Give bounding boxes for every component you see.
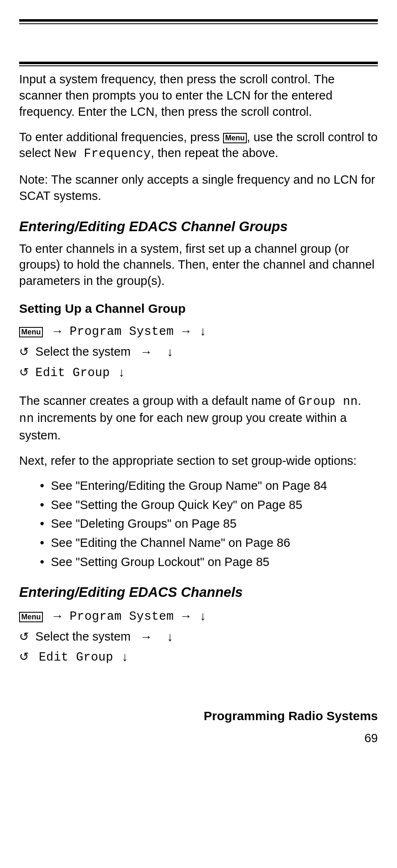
group-nn-code: Group nn	[298, 395, 358, 409]
header-rule-thin	[19, 65, 378, 66]
heading-edacs-channels: Entering/Editing EDACS Channels	[19, 584, 378, 601]
arrow-down-icon: ↓	[198, 609, 208, 623]
nav1-code3: Edit Group	[35, 366, 110, 380]
scroll-icon: ↺	[19, 648, 32, 666]
page-number: 69	[19, 731, 378, 745]
list-item: See "Setting Group Lockout" on Page 85	[40, 554, 378, 570]
heading-edacs-groups: Entering/Editing EDACS Channel Groups	[19, 218, 378, 235]
nav2-line3: ↺ Edit Group ↓	[19, 647, 378, 667]
intro-paragraph-1: Input a system frequency, then press the…	[19, 71, 378, 120]
manual-page: Input a system frequency, then press the…	[0, 0, 397, 758]
reference-list: See "Entering/Editing the Group Name" on…	[19, 478, 378, 570]
menu-chip: Menu	[19, 612, 43, 622]
nav1-line3: ↺ Edit Group ↓	[19, 363, 378, 383]
nav2-code3: Edit Group	[39, 651, 113, 664]
arrow-right-icon: →	[177, 609, 195, 623]
intro2-code: New Frequency	[54, 147, 151, 161]
nav-sequence-1: Menu → Program System → ↓ ↺ Select the s…	[19, 322, 378, 382]
group-name-paragraph: The scanner creates a group with a defau…	[19, 393, 378, 444]
nav-sequence-2: Menu → Program System → ↓ ↺ Select the s…	[19, 606, 378, 667]
intro2-text-a: To enter additional frequencies, press	[19, 130, 223, 144]
list-item: See "Deleting Groups" on Page 85	[40, 516, 378, 532]
arrow-right-icon: →	[49, 609, 66, 623]
intro2-text-c: , then repeat the above.	[151, 146, 278, 160]
top-rule-thick	[19, 19, 378, 22]
arrow-down-icon: ↓	[158, 345, 175, 359]
nav2-line2: ↺ Select the system → ↓	[19, 627, 378, 647]
arrow-down-icon: ↓	[113, 365, 126, 379]
after-nav1-b: .	[358, 394, 361, 407]
nav1-line1: Menu → Program System → ↓	[19, 322, 378, 342]
nav2-text2: Select the system	[35, 630, 131, 643]
intro-paragraph-2: To enter additional frequencies, press M…	[19, 129, 378, 163]
groups-intro: To enter channels in a system, first set…	[19, 241, 378, 289]
nav1-text2: Select the system	[35, 345, 131, 358]
arrow-right-icon: →	[134, 630, 155, 644]
scat-note: Note: The scanner only accepts a single …	[19, 172, 378, 204]
scroll-icon: ↺	[19, 628, 32, 646]
menu-chip: Menu	[223, 133, 247, 143]
nn-code: nn	[19, 412, 34, 426]
next-ref-paragraph: Next, refer to the appropriate section t…	[19, 453, 378, 469]
scroll-icon: ↺	[19, 343, 32, 361]
nav2-line1: Menu → Program System → ↓	[19, 606, 378, 626]
arrow-down-icon: ↓	[158, 630, 175, 644]
after-nav1-c: increments by one for each new group you…	[19, 411, 347, 442]
arrow-right-icon: →	[49, 324, 66, 338]
arrow-right-icon: →	[134, 345, 155, 359]
arrow-right-icon: →	[177, 324, 195, 338]
nav2-code1: Program System	[69, 610, 174, 624]
scroll-icon: ↺	[19, 363, 32, 381]
list-item: See "Setting the Group Quick Key" on Pag…	[40, 497, 378, 513]
arrow-down-icon: ↓	[198, 324, 208, 338]
top-rule-thin	[19, 23, 378, 24]
header-rule-thick	[19, 62, 378, 64]
nav1-line2: ↺ Select the system → ↓	[19, 342, 378, 362]
after-nav1-a: The scanner creates a group with a defau…	[19, 394, 298, 407]
arrow-down-icon: ↓	[117, 650, 129, 663]
menu-chip: Menu	[19, 327, 43, 337]
list-item: See "Editing the Channel Name" on Page 8…	[40, 535, 378, 551]
heading-setup-group: Setting Up a Channel Group	[19, 302, 378, 316]
nav1-code1: Program System	[69, 325, 174, 339]
footer-section-title: Programming Radio Systems	[19, 709, 378, 723]
list-item: See "Entering/Editing the Group Name" on…	[40, 478, 378, 494]
